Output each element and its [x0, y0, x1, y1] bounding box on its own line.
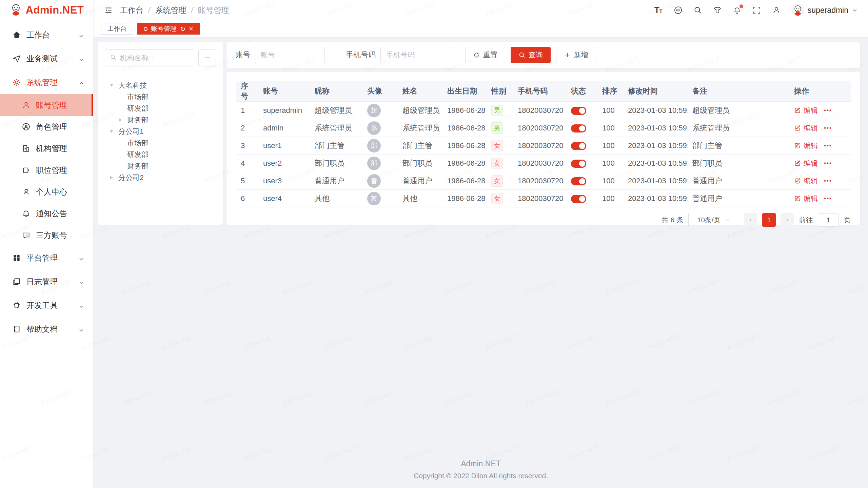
column-header: 状态	[566, 81, 597, 102]
sidebar-item-position-mgmt[interactable]: 职位管理	[0, 159, 93, 181]
tree-item[interactable]: 分公司2	[101, 172, 220, 183]
sidebar-item-system-mgmt[interactable]: 系统管理	[0, 70, 93, 94]
status-toggle[interactable]	[571, 195, 586, 203]
status-toggle[interactable]	[571, 107, 586, 115]
tree-item[interactable]: 分公司1	[101, 126, 220, 137]
theme-icon[interactable]	[713, 5, 722, 15]
sidebar-item-thirdparty[interactable]: 三方账号	[0, 224, 93, 246]
column-header: 性别	[487, 81, 513, 102]
org-more-button[interactable]: ...	[198, 49, 216, 66]
edit-button[interactable]: 编辑	[794, 176, 818, 186]
sidebar-item-org-mgmt[interactable]: 机构管理	[0, 138, 93, 159]
search-icon[interactable]	[693, 5, 703, 15]
status-toggle[interactable]	[571, 142, 586, 150]
profile-icon	[22, 187, 31, 196]
tab-workbench[interactable]: 工作台	[101, 23, 133, 35]
more-actions-button[interactable]: •••	[824, 178, 832, 184]
next-page-button[interactable]	[781, 213, 794, 227]
tree-item[interactable]: 研发部	[101, 149, 220, 160]
goto-page-input[interactable]	[818, 213, 839, 227]
breadcrumb-item[interactable]: 工作台	[120, 5, 143, 16]
status-toggle[interactable]	[571, 160, 586, 168]
phone-input[interactable]	[380, 47, 450, 63]
caret-icon[interactable]	[110, 176, 118, 179]
page-size-select[interactable]: 10条/页	[688, 213, 739, 227]
cell-sort: 100	[597, 155, 623, 172]
tab-account-mgmt[interactable]: 账号管理 ↻ ×	[137, 23, 200, 35]
collapse-sidebar-icon[interactable]	[104, 5, 113, 15]
edit-button[interactable]: 编辑	[794, 194, 818, 203]
tree-item[interactable]: 大名科技	[101, 80, 220, 91]
more-actions-button[interactable]: •••	[824, 195, 832, 202]
tree-item[interactable]: 财务部	[101, 114, 220, 126]
edit-button[interactable]: 编辑	[794, 106, 818, 115]
cell-remark: 部门职员	[688, 155, 789, 172]
cell-phone: 18020030720	[513, 137, 566, 155]
sidebar-item-profile-center[interactable]: 个人中心	[0, 181, 93, 203]
cell-account: admin	[258, 119, 310, 137]
edit-button[interactable]: 编辑	[794, 159, 818, 168]
cell-phone: 18020030720	[513, 190, 566, 207]
tree-item[interactable]: 财务部	[101, 160, 220, 172]
tree-item[interactable]: 研发部	[101, 103, 220, 114]
cell-modified-time: 2023-01-03 10:59:44	[623, 155, 688, 172]
status-toggle[interactable]	[571, 124, 586, 133]
tree-item[interactable]: 市场部	[101, 91, 220, 103]
refresh-icon[interactable]: ↻	[180, 26, 185, 32]
sidebar-item-business-test[interactable]: 业务测试	[0, 47, 93, 70]
cell-nickname: 部门主管	[310, 137, 362, 155]
add-button[interactable]: 新增	[556, 47, 596, 63]
cell-modified-time: 2023-01-03 10:59:44	[623, 102, 688, 119]
page-number-button[interactable]: 1	[762, 213, 776, 227]
sidebar-item-log-mgmt[interactable]: 日志管理	[0, 270, 93, 293]
status-toggle[interactable]	[571, 177, 586, 185]
edit-button[interactable]: 编辑	[794, 141, 818, 150]
sidebar-item-account-mgmt[interactable]: 账号管理	[0, 94, 93, 116]
sidebar-item-dev-tools[interactable]: 开发工具	[0, 293, 93, 317]
breadcrumb-item[interactable]: 系统管理	[155, 5, 186, 16]
sidebar-item-role-mgmt[interactable]: 角色管理	[0, 116, 93, 138]
reset-button[interactable]: 重置	[465, 47, 505, 63]
font-size-icon[interactable]: TT	[654, 5, 663, 15]
tree-item[interactable]: 市场部	[101, 137, 220, 149]
cell-modified-time: 2023-01-03 10:59:44	[623, 119, 688, 137]
logo[interactable]: Admin.NET	[0, 0, 93, 20]
filter-bar: 账号 手机号码 重置 查询 新增	[226, 42, 860, 68]
more-actions-button[interactable]: •••	[824, 142, 832, 149]
user-icon	[22, 101, 31, 109]
bell-icon[interactable]	[732, 5, 742, 15]
cell-modified-time: 2023-01-03 10:59:44	[623, 137, 688, 155]
sidebar-item-platform-mgmt[interactable]: 平台管理	[0, 246, 93, 270]
cell-remark: 系统管理员	[688, 119, 789, 137]
fullscreen-icon[interactable]	[752, 5, 762, 15]
close-icon[interactable]: ×	[189, 25, 193, 33]
sidebar-item-notice[interactable]: 通知公告	[0, 203, 93, 224]
logo-monk-icon	[9, 3, 22, 17]
more-actions-button[interactable]: •••	[824, 160, 832, 167]
chevron-down-icon	[725, 218, 730, 223]
more-actions-button[interactable]: •••	[824, 125, 832, 131]
cell-name: 普通用户	[398, 172, 442, 190]
cell-sort: 100	[597, 172, 623, 190]
column-header: 手机号码	[513, 81, 566, 102]
tabs-bar: 工作台 账号管理 ↻ ×	[94, 20, 868, 38]
account-input[interactable]	[255, 47, 325, 63]
prev-page-button[interactable]	[744, 213, 757, 227]
cell-gender: 女	[487, 190, 513, 207]
caret-icon[interactable]	[119, 118, 127, 122]
gender-tag: 男	[491, 105, 503, 116]
caret-icon[interactable]	[110, 130, 118, 133]
sidebar-item-workbench[interactable]: 工作台	[0, 23, 93, 47]
more-actions-button[interactable]: •••	[824, 107, 832, 114]
user-menu[interactable]: superadmin	[791, 4, 858, 17]
sidebar-item-help-docs[interactable]: 帮助文档	[0, 317, 93, 341]
search-button[interactable]: 查询	[511, 47, 551, 63]
user-icon[interactable]	[772, 5, 781, 15]
column-header: 修改时间	[623, 81, 688, 102]
language-icon[interactable]: 中	[673, 5, 683, 15]
caret-icon[interactable]	[110, 84, 118, 87]
cell-index: 2	[236, 119, 258, 137]
cell-gender: 女	[487, 172, 513, 190]
org-search-input[interactable]	[120, 54, 189, 62]
edit-button[interactable]: 编辑	[794, 123, 818, 133]
